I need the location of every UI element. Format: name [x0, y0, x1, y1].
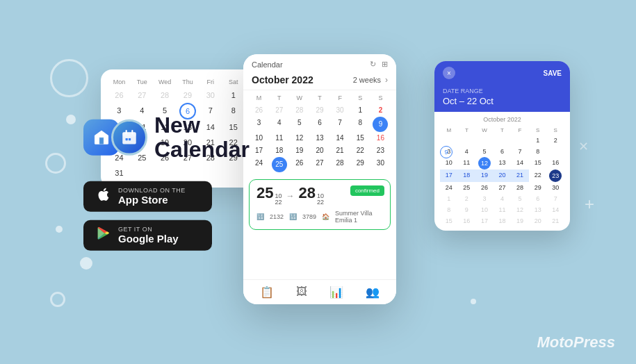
- cal-day[interactable]: 26: [249, 104, 269, 117]
- rday[interactable]: 5: [475, 146, 494, 157]
- cal-day[interactable]: 27: [269, 104, 289, 117]
- rday[interactable]: 19: [511, 215, 529, 226]
- cal-day-today[interactable]: 9: [373, 117, 388, 132]
- cal-day[interactable]: 27: [131, 88, 154, 103]
- rday[interactable]: 14: [511, 157, 529, 169]
- rday[interactable]: 3: [440, 146, 458, 157]
- cal-day[interactable]: 11: [269, 132, 289, 144]
- right-panel-close-button[interactable]: ×: [443, 67, 455, 79]
- cal-day[interactable]: 26: [108, 88, 131, 103]
- cal-day-selected[interactable]: 25: [272, 157, 287, 172]
- cal-day[interactable]: 27: [309, 157, 329, 172]
- rday[interactable]: 15: [529, 157, 547, 169]
- rday[interactable]: 17: [440, 169, 458, 182]
- rday[interactable]: 19: [475, 169, 494, 182]
- cal-day[interactable]: 28: [289, 104, 309, 117]
- rday[interactable]: 7: [511, 146, 529, 157]
- cal-day[interactable]: 5: [289, 117, 309, 132]
- rday[interactable]: 16: [546, 157, 564, 169]
- rday[interactable]: 25: [458, 182, 476, 193]
- rday[interactable]: 17: [475, 215, 494, 226]
- rday[interactable]: 27: [494, 182, 512, 193]
- cal-day[interactable]: 20: [309, 144, 329, 157]
- cal-day[interactable]: 29: [350, 157, 370, 172]
- cal-day[interactable]: 24: [249, 157, 269, 172]
- rday[interactable]: [458, 135, 476, 146]
- cal-day[interactable]: 18: [269, 144, 289, 157]
- cal-day[interactable]: 15: [350, 132, 370, 144]
- cal-day[interactable]: 16: [370, 132, 391, 144]
- rday[interactable]: 10: [440, 157, 458, 169]
- rday[interactable]: [440, 135, 458, 146]
- rday[interactable]: 30: [546, 182, 564, 193]
- cal-day[interactable]: 30: [330, 104, 350, 117]
- googleplay-button[interactable]: GET IT ON Google Play: [83, 220, 212, 251]
- cal-day[interactable]: 14: [330, 132, 350, 144]
- rday[interactable]: 1: [440, 193, 458, 204]
- rday[interactable]: 4: [458, 146, 476, 157]
- bottom-icon-4[interactable]: 👥: [366, 286, 380, 299]
- cal-day[interactable]: 13: [309, 132, 329, 144]
- rday[interactable]: 9: [458, 204, 476, 215]
- chevron-right-icon[interactable]: ›: [385, 75, 388, 85]
- rday[interactable]: 20: [529, 215, 547, 226]
- rday[interactable]: 4: [494, 193, 512, 204]
- cal-day[interactable]: 28: [154, 88, 177, 103]
- bottom-icon-1[interactable]: 📋: [260, 286, 274, 299]
- rday[interactable]: [475, 135, 494, 146]
- cal-day[interactable]: 6: [309, 117, 329, 132]
- cal-day[interactable]: 22: [350, 144, 370, 157]
- cal-day[interactable]: 8: [350, 117, 370, 132]
- rday[interactable]: 22: [529, 169, 547, 182]
- cal-day[interactable]: 4: [269, 117, 289, 132]
- rday[interactable]: 1: [529, 135, 547, 146]
- cal-day[interactable]: 19: [289, 144, 309, 157]
- rday[interactable]: 7: [546, 193, 564, 204]
- cal-day[interactable]: 7: [330, 117, 350, 132]
- rday[interactable]: 16: [458, 215, 476, 226]
- rday-blue[interactable]: 12: [478, 157, 491, 169]
- cal-day[interactable]: 2: [370, 104, 391, 117]
- rday[interactable]: 5: [511, 193, 529, 204]
- rday[interactable]: 12: [511, 204, 529, 215]
- rday[interactable]: 26: [475, 182, 494, 193]
- cal-day[interactable]: 26: [289, 157, 309, 172]
- cal-day[interactable]: 1: [350, 104, 370, 117]
- rday[interactable]: 29: [529, 182, 547, 193]
- rday[interactable]: 10: [475, 204, 494, 215]
- cal-day[interactable]: 29: [309, 104, 329, 117]
- rday[interactable]: 11: [494, 204, 512, 215]
- filter-icon[interactable]: ⊞: [382, 60, 388, 69]
- rday[interactable]: 21: [511, 169, 529, 182]
- rday[interactable]: 13: [529, 204, 547, 215]
- cal-day[interactable]: 21: [330, 144, 350, 157]
- rday[interactable]: 18: [494, 215, 512, 226]
- bottom-icon-2[interactable]: 🖼: [296, 286, 307, 299]
- cal-day[interactable]: 3: [249, 117, 269, 132]
- rday[interactable]: 6: [494, 146, 512, 157]
- rday-dark[interactable]: 23: [549, 169, 562, 182]
- bottom-icon-3[interactable]: 📊: [329, 286, 343, 299]
- save-button[interactable]: SAVE: [544, 69, 562, 77]
- appstore-button[interactable]: Download on the App Store: [83, 181, 212, 212]
- rday[interactable]: 24: [440, 182, 458, 193]
- refresh-icon[interactable]: ↻: [370, 60, 376, 69]
- cal-day[interactable]: 12: [289, 132, 309, 144]
- rday[interactable]: [494, 135, 512, 146]
- cal-day[interactable]: 23: [370, 144, 391, 157]
- rday[interactable]: 8: [440, 204, 458, 215]
- rday[interactable]: 3: [475, 193, 494, 204]
- rday[interactable]: 8: [529, 146, 547, 157]
- rday[interactable]: 18: [458, 169, 476, 182]
- rday[interactable]: 13: [494, 157, 512, 169]
- rday[interactable]: 11: [458, 157, 476, 169]
- cal-day[interactable]: 30: [199, 88, 222, 103]
- rday[interactable]: 2: [458, 193, 476, 204]
- rday[interactable]: 6: [529, 193, 547, 204]
- rday[interactable]: 21: [546, 215, 564, 226]
- cal-day[interactable]: 28: [330, 157, 350, 172]
- rday[interactable]: 20: [494, 169, 512, 182]
- rday[interactable]: [511, 135, 529, 146]
- cal-day[interactable]: 10: [249, 132, 269, 144]
- cal-day[interactable]: 1: [222, 88, 245, 103]
